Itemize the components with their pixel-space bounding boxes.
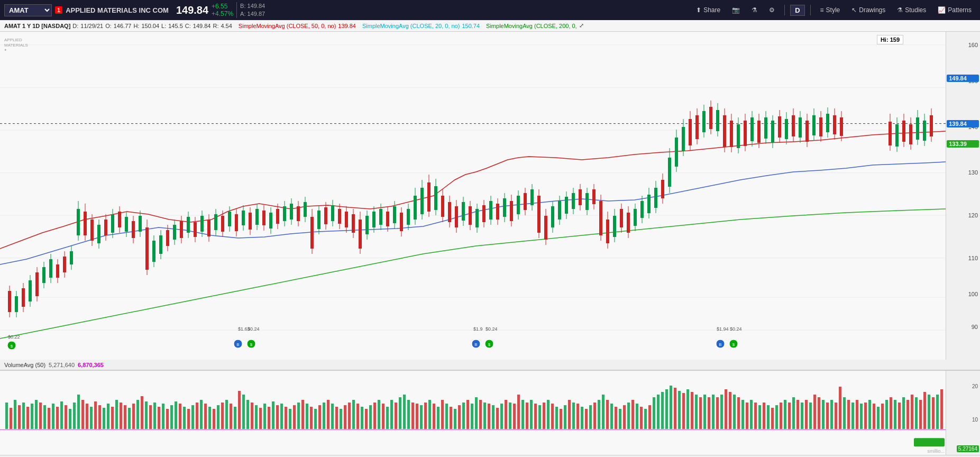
svg-rect-508 xyxy=(919,400,922,429)
svg-rect-421 xyxy=(551,404,554,429)
svg-text:APPLIED: APPLIED xyxy=(4,38,22,42)
price-change: +6.55 +4.57% xyxy=(212,3,233,17)
svg-rect-490 xyxy=(843,397,846,429)
ticker-select[interactable]: AMAT xyxy=(4,4,52,16)
c-label: C: xyxy=(185,23,191,29)
svg-rect-365 xyxy=(314,409,317,429)
l-label: L: xyxy=(161,23,166,29)
svg-rect-348 xyxy=(242,395,245,429)
svg-rect-364 xyxy=(310,407,313,429)
svg-rect-448 xyxy=(665,389,668,429)
flask-icon: ⚗ xyxy=(752,6,757,14)
svg-rect-300 xyxy=(39,403,42,429)
svg-rect-514 xyxy=(914,438,945,446)
share-button[interactable]: ⬆ Share xyxy=(692,5,725,15)
svg-rect-445 xyxy=(653,397,655,429)
svg-rect-376 xyxy=(361,407,363,429)
svg-rect-457 xyxy=(703,395,706,429)
svg-rect-494 xyxy=(860,404,863,429)
svg-rect-374 xyxy=(352,400,355,429)
svg-rect-298 xyxy=(31,404,33,429)
svg-rect-310 xyxy=(81,400,84,429)
period-select[interactable]: D xyxy=(790,5,804,16)
svg-rect-438 xyxy=(623,405,626,429)
studies-button[interactable]: ⚗ Studies xyxy=(893,5,930,15)
svg-rect-419 xyxy=(543,403,545,429)
svg-rect-383 xyxy=(390,400,393,429)
svg-rect-316 xyxy=(107,404,109,429)
price-axis: 160 150 149.84 140 139.84 133.39 130 120… xyxy=(946,32,980,360)
svg-text:$: $ xyxy=(732,342,735,347)
svg-rect-415 xyxy=(526,403,528,429)
svg-rect-405 xyxy=(483,403,486,429)
svg-rect-338 xyxy=(200,400,203,429)
svg-text:$0.24: $0.24 xyxy=(730,326,742,332)
svg-rect-401 xyxy=(466,400,469,429)
svg-rect-418 xyxy=(538,405,541,429)
svg-rect-428 xyxy=(581,407,583,429)
svg-rect-389 xyxy=(416,404,418,429)
svg-rect-323 xyxy=(136,400,139,429)
company-logo: APPLIED MATERIALS ● xyxy=(4,36,47,54)
svg-rect-422 xyxy=(555,407,558,429)
sma50-value: 139.84 xyxy=(338,23,356,29)
chart-label: AMAT 1 Y 1D [NASDAQ] xyxy=(4,23,70,29)
flask-button[interactable]: ⚗ xyxy=(747,5,762,15)
expand-icon[interactable]: ⤢ xyxy=(579,22,584,29)
svg-rect-390 xyxy=(420,405,423,429)
svg-rect-482 xyxy=(809,403,812,429)
price-label-160: 160 xyxy=(968,42,978,48)
svg-rect-440 xyxy=(631,400,634,429)
svg-rect-378 xyxy=(369,405,372,429)
svg-text:$0.24: $0.24 xyxy=(248,326,260,332)
svg-rect-478 xyxy=(792,397,795,429)
svg-rect-304 xyxy=(56,407,59,429)
style-button[interactable]: ≡ Style xyxy=(816,5,845,15)
svg-rect-330 xyxy=(166,409,169,429)
svg-rect-459 xyxy=(712,395,715,429)
svg-rect-410 xyxy=(505,400,507,429)
svg-rect-367 xyxy=(323,403,325,429)
svg-rect-409 xyxy=(500,404,503,429)
cursor-button[interactable]: ↖ Drawings xyxy=(847,5,890,15)
svg-rect-327 xyxy=(153,403,156,429)
bid-ask: B: 149.84 A: 149.87 xyxy=(236,2,265,19)
price-label-110: 110 xyxy=(968,255,978,261)
svg-rect-452 xyxy=(682,393,685,429)
svg-rect-329 xyxy=(162,404,164,429)
settings-button[interactable]: ⚙ xyxy=(765,5,779,15)
svg-rect-318 xyxy=(115,400,118,429)
svg-rect-475 xyxy=(780,403,782,429)
svg-rect-471 xyxy=(763,403,765,429)
svg-text:$1.9: $1.9 xyxy=(473,326,483,332)
svg-rect-366 xyxy=(318,405,321,429)
chart-main[interactable]: APPLIED MATERIALS ● Hi: 159 xyxy=(0,32,946,360)
svg-rect-506 xyxy=(911,395,913,429)
svg-rect-442 xyxy=(640,407,643,429)
svg-rect-371 xyxy=(340,409,342,429)
svg-rect-492 xyxy=(851,403,854,429)
r-value: 4.54 xyxy=(221,23,232,29)
volume-svg[interactable]: // Volume bars will be drawn programmati… xyxy=(0,371,946,455)
sma50-label: SimpleMovingAvg (CLOSE, 50, 0, no) xyxy=(239,23,336,29)
volume-chart[interactable]: // Volume bars will be drawn programmati… xyxy=(0,371,946,455)
svg-text:B: B xyxy=(474,342,477,347)
svg-rect-309 xyxy=(77,395,80,429)
svg-rect-319 xyxy=(120,403,122,429)
price-label-100: 100 xyxy=(968,291,978,297)
d-label: D: xyxy=(72,23,78,29)
patterns-button[interactable]: 📈 Patterns xyxy=(933,5,976,15)
subtitle-bar: AMAT 1 Y 1D [NASDAQ] D: 11/29/21 O: 146.… xyxy=(0,20,980,32)
svg-rect-373 xyxy=(348,403,351,429)
svg-rect-339 xyxy=(204,404,207,429)
screenshot-button[interactable]: 📷 xyxy=(728,5,744,15)
svg-rect-393 xyxy=(433,404,435,429)
price-chart-svg[interactable]: $0.22 $ $1.63 B $0.24 $ $1.9 B $0.24 $ $… xyxy=(0,32,946,360)
svg-rect-473 xyxy=(771,408,774,429)
svg-rect-432 xyxy=(598,400,600,429)
volume-axis: 20 10 5.27164 xyxy=(946,371,980,455)
svg-rect-354 xyxy=(268,407,270,429)
svg-rect-333 xyxy=(179,404,181,429)
svg-rect-335 xyxy=(187,409,190,429)
svg-rect-408 xyxy=(496,408,499,429)
